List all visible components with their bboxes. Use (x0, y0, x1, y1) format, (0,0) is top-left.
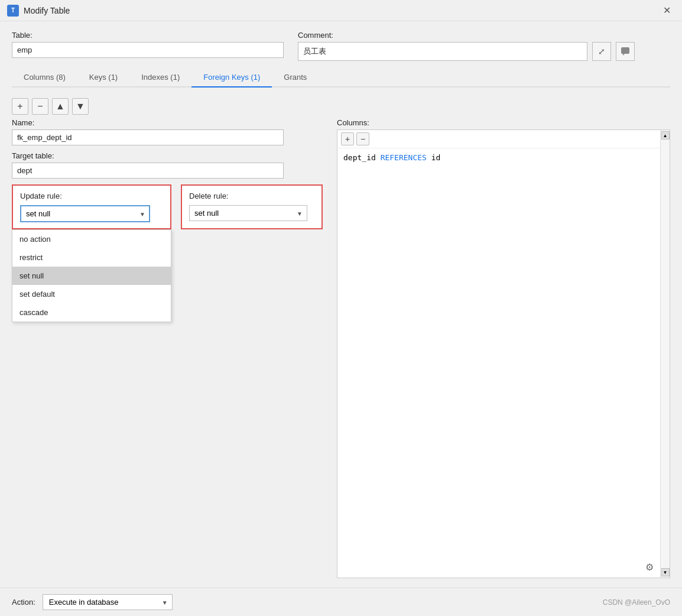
col-name: dept_id (343, 153, 376, 162)
fk-name-input[interactable] (12, 129, 284, 145)
update-rule-select[interactable]: no action restrict set null set default … (20, 205, 150, 222)
dropdown-item-set-null[interactable]: set null (12, 267, 171, 285)
fk-right-panel: Columns: + − dept_id REFERENCES id (337, 118, 670, 578)
table-comment-row: Table: Comment: ⤢ (12, 31, 670, 61)
gear-button[interactable]: ⚙ (642, 560, 657, 574)
expand-button[interactable]: ⤢ (592, 42, 611, 61)
tab-foreign-keys[interactable]: Foreign Keys (1) (191, 68, 272, 87)
remove-fk-button[interactable]: − (32, 98, 48, 115)
tab-grants[interactable]: Grants (272, 68, 319, 87)
rules-row: Update rule: no action restrict set null… (12, 184, 325, 229)
update-rule-label: Update rule: (20, 192, 163, 200)
fk-left-panel: Name: Target table: Update rule: (12, 118, 325, 578)
modify-table-window: T Modify Table ✕ Table: Comment: ⤢ (0, 0, 682, 616)
title-bar-left: T Modify Table (7, 5, 70, 17)
comment-icon-button[interactable] (616, 42, 635, 61)
table-group: Table: (12, 31, 284, 58)
delete-rule-select[interactable]: no action restrict set null set default … (189, 205, 307, 221)
move-down-button[interactable]: ▼ (72, 98, 89, 115)
columns-box: + − dept_id REFERENCES id ▲ (337, 129, 670, 578)
update-rule-dropdown: no action restrict set null set default … (12, 229, 171, 322)
delete-rule-select-wrapper: no action restrict set null set default … (189, 205, 307, 221)
fk-name-group: Name: (12, 118, 325, 145)
action-label: Action: (12, 598, 35, 607)
add-column-button[interactable]: + (341, 132, 354, 145)
svg-marker-1 (623, 54, 625, 56)
close-button[interactable]: ✕ (658, 2, 675, 19)
tab-columns[interactable]: Columns (8) (12, 68, 77, 87)
add-fk-button[interactable]: + (12, 98, 28, 115)
col-ref-value: id (431, 153, 441, 162)
tab-indexes[interactable]: Indexes (1) (129, 68, 191, 87)
svg-rect-0 (621, 47, 629, 54)
dropdown-item-cascade[interactable]: cascade (12, 303, 171, 322)
table-label: Table: (12, 31, 284, 40)
tabs: Columns (8) Keys (1) Indexes (1) Foreign… (12, 68, 670, 87)
window-title: Modify Table (24, 6, 70, 15)
fk-tab-content: + − ▲ ▼ Name: Target table: (12, 95, 670, 578)
columns-label: Columns: (337, 118, 670, 127)
fk-target-input[interactable] (12, 163, 284, 179)
fk-target-group: Target table: (12, 151, 325, 179)
bottom-bar: Action: Execute in database Generate SQL… (0, 588, 682, 616)
columns-inner: + − dept_id REFERENCES id (337, 130, 660, 578)
comment-row: ⤢ (298, 42, 635, 61)
move-up-button[interactable]: ▲ (52, 98, 69, 115)
fk-target-label: Target table: (12, 151, 325, 160)
fk-name-label: Name: (12, 118, 325, 127)
fk-toolbar: + − ▲ ▼ (12, 95, 670, 118)
dropdown-item-restrict[interactable]: restrict (12, 248, 171, 267)
update-rule-container: Update rule: no action restrict set null… (12, 184, 171, 229)
references-keyword: REFERENCES (381, 153, 431, 162)
table-input[interactable] (12, 42, 284, 58)
update-rule-group: Update rule: no action restrict set null… (12, 184, 171, 229)
action-select[interactable]: Execute in database Generate SQL script (43, 594, 173, 610)
columns-content: dept_id REFERENCES id (337, 148, 660, 167)
dropdown-item-set-default[interactable]: set default (12, 285, 171, 303)
update-rule-select-wrapper: no action restrict set null set default … (20, 205, 150, 222)
app-icon: T (7, 5, 19, 17)
action-select-wrapper: Execute in database Generate SQL script … (43, 594, 173, 610)
columns-toolbar: + − (337, 130, 660, 148)
vertical-scrollbar[interactable]: ▲ ▼ (660, 130, 670, 578)
comment-group: Comment: ⤢ (298, 31, 635, 61)
comment-bubble-icon (620, 46, 631, 57)
scroll-up-button[interactable]: ▲ (661, 131, 670, 140)
dropdown-item-no-action[interactable]: no action (12, 230, 171, 248)
comment-label: Comment: (298, 31, 635, 40)
remove-column-button[interactable]: − (356, 132, 369, 145)
delete-rule-group: Delete rule: no action restrict set null… (181, 184, 323, 229)
watermark: CSDN @Aileen_OvO (603, 598, 670, 607)
main-content: Table: Comment: ⤢ Colum (0, 21, 682, 588)
scroll-down-button[interactable]: ▼ (661, 568, 670, 576)
comment-input[interactable] (298, 42, 587, 61)
tab-keys[interactable]: Keys (1) (77, 68, 129, 87)
title-bar: T Modify Table ✕ (0, 0, 682, 21)
fk-details-area: Name: Target table: Update rule: (12, 118, 670, 578)
delete-rule-label: Delete rule: (189, 192, 314, 200)
